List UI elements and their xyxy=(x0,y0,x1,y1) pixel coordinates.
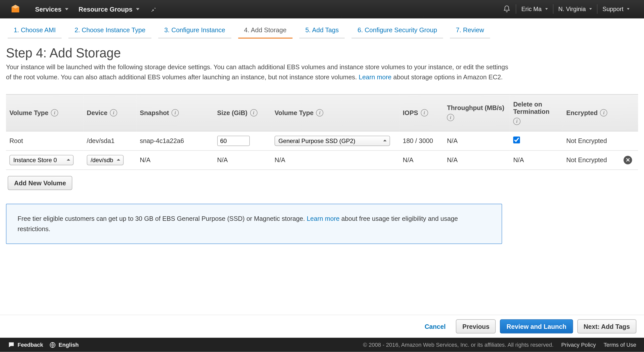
size-input[interactable] xyxy=(217,135,250,146)
aws-logo-icon[interactable] xyxy=(10,4,21,14)
instance-store-select[interactable]: Instance Store 0 xyxy=(9,155,73,165)
chevron-down-icon xyxy=(589,8,592,10)
wizard-tab-review[interactable]: 7. Review xyxy=(450,22,490,39)
info-learn-more-link[interactable]: Learn more xyxy=(307,215,339,222)
th-label: Delete on Termination xyxy=(513,100,559,115)
cell-snapshot: snap-4c1a22a6 xyxy=(136,131,214,150)
wizard-tab-add-storage[interactable]: 4. Add Storage xyxy=(238,22,292,39)
feedback-label: Feedback xyxy=(18,342,43,348)
th-label: IOPS xyxy=(403,109,418,116)
info-icon[interactable]: i xyxy=(447,114,454,121)
nav-services[interactable]: Services xyxy=(30,0,73,18)
cell-remove: ✕ xyxy=(620,150,638,170)
cell-encrypted: Not Encrypted xyxy=(563,150,620,170)
cell-snapshot: N/A xyxy=(136,150,214,170)
language-selector[interactable]: English xyxy=(49,341,78,348)
info-icon[interactable]: i xyxy=(513,118,520,125)
review-and-launch-button[interactable]: Review and Launch xyxy=(500,320,573,334)
th-remove xyxy=(620,94,638,131)
cell-delete-on-term: N/A xyxy=(510,150,563,170)
nav-region-label: N. Virginia xyxy=(558,6,586,12)
info-icon[interactable]: i xyxy=(316,109,324,116)
wizard-tab-choose-ami[interactable]: 1. Choose AMI xyxy=(8,22,62,39)
th-snapshot: Snapshoti xyxy=(136,94,214,131)
nav-divider xyxy=(553,4,553,14)
remove-volume-icon[interactable]: ✕ xyxy=(624,156,632,164)
nav-support-label: Support xyxy=(602,6,623,12)
th-label: Size (GiB) xyxy=(217,109,247,116)
nav-resource-groups-label: Resource Groups xyxy=(78,5,132,13)
th-label: Device xyxy=(87,109,107,116)
th-label: Encrypted xyxy=(566,109,598,116)
previous-button[interactable]: Previous xyxy=(456,320,496,334)
page-description: Your instance will be launched with the … xyxy=(6,62,511,82)
page-desc-text-2: about storage options in Amazon EC2. xyxy=(391,73,503,81)
volume-type-select[interactable]: General Purpose SSD (GP2) xyxy=(274,135,390,146)
cell-volume-type: Root xyxy=(6,131,83,150)
cell-volume-type: Instance Store 0 xyxy=(6,150,83,170)
nav-services-label: Services xyxy=(35,5,61,13)
main-content: Step 4: Add Storage Your instance will b… xyxy=(0,39,644,244)
wizard-tab-configure-instance[interactable]: 3. Configure Instance xyxy=(158,22,231,39)
cell-throughput: N/A xyxy=(444,131,510,150)
feedback-link[interactable]: Feedback xyxy=(8,341,43,348)
cell-volume-type-text: N/A xyxy=(271,150,399,170)
cell-delete-on-term xyxy=(510,131,563,150)
cell-size xyxy=(214,131,271,150)
device-select[interactable]: /dev/sdb xyxy=(87,155,124,165)
top-nav: Services Resource Groups Eric Ma N. Virg… xyxy=(0,0,644,18)
info-icon[interactable]: i xyxy=(172,109,179,116)
cell-device: /dev/sdb xyxy=(83,150,136,170)
terms-of-use-link[interactable]: Terms of Use xyxy=(603,342,636,348)
delete-on-termination-checkbox[interactable] xyxy=(513,136,520,143)
storage-table: Volume Typei Devicei Snapshoti Size (GiB… xyxy=(6,94,638,170)
wizard-tab-add-tags[interactable]: 5. Add Tags xyxy=(299,22,345,39)
pin-icon[interactable] xyxy=(144,0,162,18)
cell-size: N/A xyxy=(214,150,271,170)
nav-user[interactable]: Eric Ma xyxy=(517,0,552,18)
info-icon[interactable]: i xyxy=(250,109,257,116)
th-label: Volume Type xyxy=(274,109,313,116)
nav-support[interactable]: Support xyxy=(598,0,634,18)
add-new-volume-button[interactable]: Add New Volume xyxy=(8,176,72,190)
th-iops: IOPSi xyxy=(399,94,444,131)
wizard-tabs: 1. Choose AMI 2. Choose Instance Type 3.… xyxy=(0,18,644,39)
wizard-tab-choose-instance-type[interactable]: 2. Choose Instance Type xyxy=(69,22,151,39)
free-tier-info-box: Free tier eligible customers can get up … xyxy=(6,203,502,244)
table-row: Instance Store 0 /dev/sdb N/A N/A N/A xyxy=(6,150,638,170)
th-encrypted: Encryptedi xyxy=(563,94,620,131)
chevron-down-icon xyxy=(136,8,139,10)
info-icon[interactable]: i xyxy=(421,109,428,116)
table-row: Root /dev/sda1 snap-4c1a22a6 General Pur… xyxy=(6,131,638,150)
action-bar: Cancel Previous Review and Launch Next: … xyxy=(0,315,644,338)
next-add-tags-button[interactable]: Next: Add Tags xyxy=(577,320,636,334)
th-label: Snapshot xyxy=(140,109,169,116)
cancel-button[interactable]: Cancel xyxy=(419,320,452,333)
privacy-policy-link[interactable]: Privacy Policy xyxy=(561,342,596,348)
cell-throughput: N/A xyxy=(444,150,510,170)
nav-user-label: Eric Ma xyxy=(521,6,542,12)
footer: Feedback English © 2008 - 2016, Amazon W… xyxy=(0,338,644,352)
chevron-down-icon xyxy=(65,8,68,10)
info-icon[interactable]: i xyxy=(600,109,608,116)
cell-encrypted: Not Encrypted xyxy=(563,131,620,150)
info-icon[interactable]: i xyxy=(51,109,58,116)
copyright-text: © 2008 - 2016, Amazon Web Services, Inc.… xyxy=(363,342,553,348)
th-device: Devicei xyxy=(83,94,136,131)
table-header-row: Volume Typei Devicei Snapshoti Size (GiB… xyxy=(6,94,638,131)
th-label: Throughput (MB/s) xyxy=(447,104,504,111)
nav-resource-groups[interactable]: Resource Groups xyxy=(73,0,144,18)
th-delete-on-term: Delete on Terminationi xyxy=(510,94,563,131)
th-label: Volume Type xyxy=(9,109,48,116)
nav-divider xyxy=(516,4,516,14)
notifications-icon[interactable] xyxy=(499,0,515,18)
learn-more-link[interactable]: Learn more xyxy=(359,73,391,81)
language-label: English xyxy=(59,342,79,348)
wizard-tab-configure-security-group[interactable]: 6. Configure Security Group xyxy=(351,22,443,39)
info-text-1: Free tier eligible customers can get up … xyxy=(18,215,307,222)
chevron-down-icon xyxy=(627,8,629,10)
nav-region[interactable]: N. Virginia xyxy=(554,0,596,18)
info-icon[interactable]: i xyxy=(110,109,117,116)
th-volume-type-2: Volume Typei xyxy=(271,94,399,131)
cell-iops: N/A xyxy=(399,150,444,170)
